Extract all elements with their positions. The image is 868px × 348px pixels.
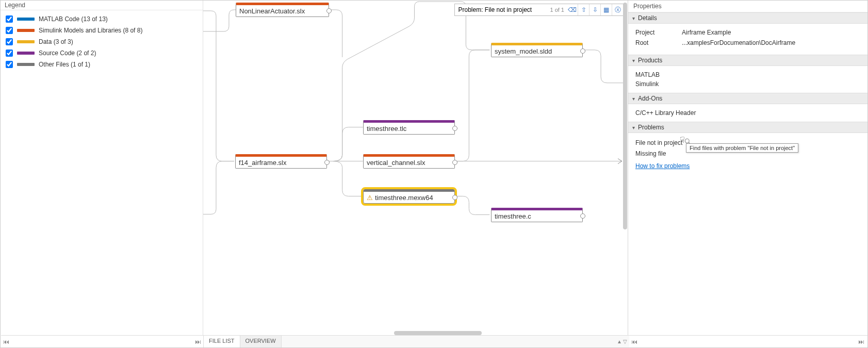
root-value: ...xamplesForDocumenation\DocAirframe (682, 39, 860, 46)
port-out-icon[interactable] (452, 195, 457, 200)
section-problems-header[interactable]: Problems (628, 122, 867, 133)
product-item: Simulink (635, 80, 860, 88)
project-key: Project (635, 29, 682, 36)
legend-item[interactable]: Source Code (2 of 2) (1, 47, 203, 59)
search-prev-icon[interactable]: ⇧ (578, 4, 589, 15)
section-addons-label: Add-Ons (638, 95, 662, 102)
scroll-left-icon[interactable]: ⏮ (631, 338, 637, 345)
legend-label: MATLAB Code (13 of 13) (39, 15, 108, 23)
port-out-icon[interactable] (326, 8, 332, 13)
properties-title: Properties (628, 1, 867, 12)
node-f14-airframe[interactable]: f14_airframe.slx (235, 154, 327, 169)
svg-point-0 (685, 139, 690, 143)
node-label: timesthree.tlc (367, 125, 406, 132)
scroll-right-icon[interactable]: ⏭ (858, 338, 864, 345)
section-problems-body: File not in project Missing file How to … (628, 133, 867, 178)
project-value: Airframe Example (682, 29, 860, 36)
legend-label: Other Files (1 of 1) (39, 61, 90, 68)
legend-swatch (17, 52, 35, 55)
node-label: vertical_channel.slx (367, 159, 425, 167)
node-timesthree-mex[interactable]: ⚠ timesthree.mexw64 (363, 189, 455, 204)
product-item: MATLAB (635, 71, 860, 78)
search-bar: 1 of 1 ⌫ ⇧ ⇩ ▦ ⓧ (454, 4, 624, 16)
legend-item[interactable]: MATLAB Code (13 of 13) (1, 13, 203, 25)
node-timesthree-tlc[interactable]: timesthree.tlc (363, 120, 455, 135)
node-label: f14_airframe.slx (239, 159, 286, 167)
port-out-icon[interactable] (452, 160, 457, 165)
node-system-model[interactable]: system_model.sldd (491, 43, 583, 57)
port-out-icon[interactable] (580, 48, 585, 54)
tab-overview[interactable]: OVERVIEW (240, 336, 282, 347)
vertical-scrollbar[interactable] (623, 3, 628, 330)
section-addons-header[interactable]: Add-Ons (628, 93, 867, 104)
canvas-scroll-up-icon[interactable]: ▲ (617, 339, 622, 344)
node-label: timesthree.mexw64 (375, 194, 433, 202)
search-count: 1 of 1 (548, 7, 566, 13)
legend-checkbox[interactable] (6, 38, 13, 45)
node-label: timesthree.c (495, 212, 531, 220)
how-to-fix-link[interactable]: How to fix problems (635, 162, 690, 170)
addon-item: C/C++ Library Header (635, 109, 860, 117)
section-details-label: Details (638, 14, 657, 22)
section-products-header[interactable]: Products (628, 55, 867, 66)
legend-label: Source Code (2 of 2) (39, 49, 96, 57)
node-label: system_model.sldd (495, 47, 552, 55)
section-details-body: Project Airframe Example Root ...xamples… (628, 24, 867, 55)
section-problems-label: Problems (638, 124, 664, 131)
legend-scroll-left-icon[interactable]: ⏮ (3, 338, 9, 345)
legend-checkbox[interactable] (6, 27, 13, 34)
port-out-icon[interactable] (324, 160, 330, 165)
root-key: Root (635, 39, 682, 46)
legend-checkbox[interactable] (6, 15, 13, 23)
section-products-label: Products (638, 57, 662, 64)
legend-label: Simulink Models and Libraries (8 of 8) (39, 27, 142, 34)
dependency-canvas[interactable]: NonLinearActuator.slx system_model.sldd … (203, 1, 628, 347)
section-products-body: MATLAB Simulink (628, 66, 867, 93)
search-clear-input-icon[interactable]: ⌫ (566, 4, 578, 15)
search-input[interactable] (455, 4, 548, 15)
legend-item[interactable]: Data (3 of 3) (1, 36, 203, 47)
node-label: NonLinearActuator.slx (239, 7, 305, 15)
legend-title: Legend (1, 1, 203, 10)
port-out-icon[interactable] (452, 126, 457, 131)
legend-swatch (17, 29, 35, 32)
legend-scroll-right-icon[interactable]: ⏭ (195, 338, 201, 345)
node-vertical-channel[interactable]: vertical_channel.slx (363, 154, 455, 169)
tooltip-find-problem: Find files with problem "File not in pro… (686, 143, 798, 153)
legend-swatch (17, 63, 35, 66)
search-grid-icon[interactable]: ▦ (600, 4, 612, 15)
search-close-icon[interactable]: ⓧ (612, 4, 623, 15)
node-nonlinearactuator[interactable]: NonLinearActuator.slx (236, 3, 329, 17)
legend-swatch (17, 18, 35, 21)
legend-swatch (17, 40, 35, 43)
tab-file-list[interactable]: FILE LIST (204, 336, 240, 347)
node-timesthree-c[interactable]: timesthree.c (491, 208, 583, 222)
legend-checkbox[interactable] (6, 49, 13, 57)
problem-not-in-project: File not in project (635, 139, 682, 146)
section-details-header[interactable]: Details (628, 12, 867, 24)
canvas-scroll-down-icon[interactable]: ▽ (623, 339, 627, 344)
problem-missing-file: Missing file (635, 150, 666, 157)
search-next-icon[interactable]: ⇩ (589, 4, 600, 15)
legend-item[interactable]: Other Files (1 of 1) (1, 59, 203, 70)
legend-label: Data (3 of 3) (39, 38, 73, 45)
section-addons-body: C/C++ Library Header (628, 104, 867, 122)
properties-bottom-scroll: ⏮ ⏭ (628, 335, 867, 347)
legend-checkbox[interactable] (6, 61, 13, 68)
port-out-icon[interactable] (580, 213, 585, 219)
legend-panel: Legend MATLAB Code (13 of 13)Simulink Mo… (1, 1, 203, 347)
properties-panel: Properties Details Project Airframe Exam… (628, 1, 867, 347)
warning-icon: ⚠ (367, 194, 373, 202)
legend-item[interactable]: Simulink Models and Libraries (8 of 8) (1, 25, 203, 36)
